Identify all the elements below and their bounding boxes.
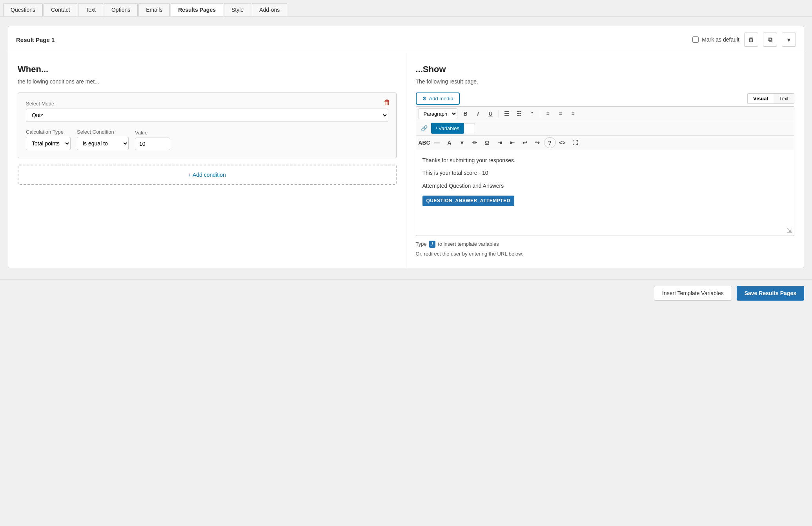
copy-icon: ⧉	[768, 36, 772, 43]
tab-contact[interactable]: Contact	[44, 3, 77, 16]
editor-toolbar: ParagraphHeading 1Heading 2Heading 3Head…	[416, 106, 795, 150]
blockquote-button[interactable]: "	[526, 108, 538, 119]
tab-results-pages[interactable]: Results Pages	[171, 3, 223, 16]
undo-button[interactable]: ↩	[519, 137, 531, 148]
select-mode-field: Select Mode QuizSurveyAssessment	[26, 101, 388, 122]
show-panel: ...Show The following result page. ⚙ Add…	[406, 53, 804, 268]
value-field: Value	[135, 130, 170, 150]
condition-box: 🗑 Select Mode QuizSurveyAssessment Calcu…	[18, 93, 397, 158]
chevron-down-icon: ▾	[787, 36, 790, 44]
tab-emails[interactable]: Emails	[138, 3, 170, 16]
qa-badge: QUESTION_ANSWER_ATTEMPTED	[422, 196, 514, 206]
bold-button[interactable]: B	[460, 108, 472, 119]
card-body: When... the following conditions are met…	[8, 53, 804, 268]
card-title: Result Page 1	[16, 36, 55, 43]
editor-line-1: Thanks for submitting your responses.	[422, 156, 788, 165]
outdent-button[interactable]: ⇤	[506, 137, 518, 148]
redirect-hint: Or, redirect the user by entering the UR…	[416, 251, 795, 257]
gear-icon: ⚙	[422, 96, 427, 102]
source-code-button[interactable]: <>	[557, 137, 568, 148]
select-condition-label: Select Condition	[77, 129, 129, 135]
underline-button[interactable]: U	[485, 108, 497, 119]
visual-text-tabs: Visual Text	[747, 93, 794, 104]
when-subtitle: the following conditions are met...	[18, 78, 397, 85]
bullet-list-button[interactable]: ☰	[501, 108, 513, 119]
font-color-button[interactable]: A	[444, 137, 455, 148]
tab-visual[interactable]: Visual	[748, 94, 774, 103]
toolbar-row-1: ParagraphHeading 1Heading 2Heading 3Head…	[416, 107, 794, 121]
editor-line-2: This is your total score - 10	[422, 169, 788, 177]
template-hint-2: to insert template variables	[438, 241, 499, 247]
tab-style[interactable]: Style	[224, 3, 251, 16]
insert-template-button[interactable]: Insert Template Variables	[654, 286, 732, 301]
eraser-button[interactable]: ✏	[469, 137, 481, 148]
duplicate-page-button[interactable]: ⧉	[763, 33, 777, 47]
align-right-button[interactable]: ≡	[567, 108, 579, 119]
align-center-button[interactable]: ≡	[555, 108, 566, 119]
toolbar-separator-2	[540, 110, 540, 118]
mark-default-text: Mark as default	[702, 36, 739, 43]
select-mode-label: Select Mode	[26, 101, 388, 107]
main-content: Result Page 1 Mark as default 🗑 ⧉ ▾	[0, 16, 812, 278]
tab-text[interactable]: Text	[774, 94, 794, 103]
mark-default-label[interactable]: Mark as default	[692, 36, 739, 43]
redo-button[interactable]: ↪	[532, 137, 543, 148]
add-media-label: Add media	[429, 96, 453, 102]
card-header: Result Page 1 Mark as default 🗑 ⧉ ▾	[8, 26, 804, 53]
show-subtitle: The following result page.	[416, 78, 795, 85]
trash-condition-icon: 🗑	[384, 98, 391, 106]
slash-badge: /	[429, 241, 435, 248]
save-results-button[interactable]: Save Results Pages	[737, 286, 804, 301]
color-dropdown-arrow[interactable]: ▾	[456, 137, 468, 148]
select-condition-dropdown[interactable]: is equal tois greater thanis less thanis…	[77, 137, 129, 150]
strikethrough-button[interactable]: ABC	[419, 137, 430, 148]
tab-bar: Questions Contact Text Options Emails Re…	[0, 0, 812, 16]
when-heading: When...	[18, 64, 397, 74]
calc-type-label: Calculation Type	[26, 129, 71, 135]
add-media-button[interactable]: ⚙ Add media	[416, 93, 460, 105]
add-condition-button[interactable]: + Add condition	[18, 165, 397, 185]
select-mode-dropdown[interactable]: QuizSurveyAssessment	[26, 109, 388, 122]
ordered-list-button[interactable]: ☷	[513, 108, 525, 119]
select-condition-field: Select Condition is equal tois greater t…	[77, 129, 129, 150]
horizontal-rule-button[interactable]: —	[431, 137, 443, 148]
resize-handle[interactable]: ⇲	[787, 227, 792, 234]
help-button[interactable]: ?	[544, 137, 556, 148]
mark-default-checkbox[interactable]	[692, 36, 699, 43]
show-heading: ...Show	[416, 64, 795, 74]
editor-top-bar: ⚙ Add media Visual Text	[416, 93, 795, 105]
value-label: Value	[135, 130, 170, 136]
page-footer: Insert Template Variables Save Results P…	[0, 279, 812, 307]
toolbar-separator-1	[499, 110, 499, 118]
result-page-card: Result Page 1 Mark as default 🗑 ⧉ ▾	[8, 26, 804, 268]
delete-page-button[interactable]: 🗑	[744, 33, 758, 47]
omega-button[interactable]: Ω	[481, 137, 493, 148]
indent-button[interactable]: ⇥	[494, 137, 506, 148]
variables-button[interactable]: / Variables	[431, 123, 464, 134]
tab-questions[interactable]: Questions	[3, 3, 43, 16]
color-swatch[interactable]	[465, 123, 475, 133]
when-panel: When... the following conditions are met…	[8, 53, 406, 268]
fullscreen-button[interactable]: ⛶	[569, 137, 581, 148]
paragraph-select[interactable]: ParagraphHeading 1Heading 2Heading 3Head…	[419, 108, 457, 119]
trash-icon: 🗑	[748, 36, 754, 43]
toolbar-row-2: 🔗 / Variables	[416, 121, 794, 136]
italic-button[interactable]: I	[472, 108, 484, 119]
template-info: Type / to insert template variables Or, …	[416, 241, 795, 257]
delete-condition-button[interactable]: 🗑	[384, 98, 391, 107]
toolbar-row-3: ABC — A ▾ ✏ Ω ⇥ ⇤ ↩ ↪ ? <> ⛶	[416, 136, 794, 150]
tab-addons[interactable]: Add-ons	[252, 3, 287, 16]
card-header-actions: Mark as default 🗑 ⧉ ▾	[692, 33, 796, 47]
template-hint-1: Type	[416, 241, 427, 247]
tab-text[interactable]: Text	[78, 3, 103, 16]
value-input[interactable]	[135, 138, 170, 150]
tab-options[interactable]: Options	[104, 3, 138, 16]
align-left-button[interactable]: ≡	[542, 108, 554, 119]
calc-type-dropdown[interactable]: Total pointsPercentageCount	[26, 137, 71, 150]
calc-type-field: Calculation Type Total pointsPercentageC…	[26, 129, 71, 150]
link-button[interactable]: 🔗	[419, 123, 430, 134]
condition-row: Calculation Type Total pointsPercentageC…	[26, 129, 388, 150]
editor-content[interactable]: Thanks for submitting your responses. Th…	[416, 150, 795, 236]
expand-page-button[interactable]: ▾	[782, 33, 796, 47]
editor-line-3: Attempted Question and Answers	[422, 181, 788, 190]
